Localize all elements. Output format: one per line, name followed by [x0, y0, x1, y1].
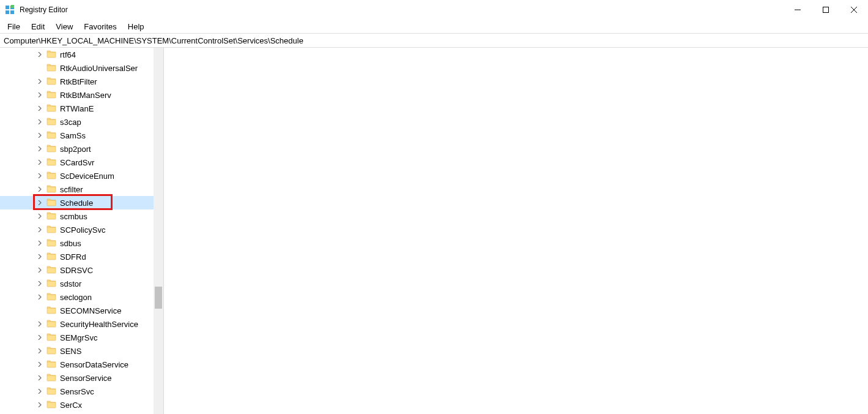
- tree-item-sdbus[interactable]: sdbus: [0, 236, 154, 250]
- expander-icon[interactable]: [35, 104, 44, 113]
- tree-item-sdrsvc[interactable]: SDRSVC: [0, 263, 154, 277]
- folder-icon: [46, 103, 56, 115]
- tree-item-sercx[interactable]: SerCx: [0, 398, 154, 412]
- tree-item-label: SCPolicySvc: [60, 225, 105, 235]
- tree-item-label: SDRSVC: [60, 266, 93, 275]
- tree-item-scfilter[interactable]: scfilter: [0, 183, 154, 196]
- tree-item-samss[interactable]: SamSs: [0, 129, 154, 142]
- expander-icon[interactable]: [35, 320, 44, 328]
- expander-icon[interactable]: [35, 387, 44, 396]
- tree-item-s3cap[interactable]: s3cap: [0, 115, 154, 129]
- expander-icon[interactable]: [35, 185, 44, 194]
- tree-item-sens[interactable]: SENS: [0, 344, 154, 358]
- tree-item-seclogon[interactable]: seclogon: [0, 290, 154, 304]
- tree-item-label: ScDeviceEnum: [60, 171, 114, 181]
- menu-favorites[interactable]: Favorites: [79, 21, 121, 32]
- tree-item-label: RtkAudioUniversalSer: [60, 64, 138, 73]
- empty-area: [164, 48, 868, 414]
- svg-rect-2: [6, 10, 9, 14]
- expander-icon[interactable]: [35, 279, 44, 288]
- tree-item-label: SecurityHealthService: [60, 320, 138, 329]
- tree-item-schedule[interactable]: Schedule: [0, 196, 154, 209]
- menu-help[interactable]: Help: [123, 21, 149, 32]
- menu-file[interactable]: File: [2, 21, 25, 32]
- expander-icon[interactable]: [35, 50, 44, 59]
- menubar: File Edit View Favorites Help: [0, 20, 868, 33]
- expander-icon[interactable]: [35, 118, 44, 126]
- tree-item-label: SDFRd: [60, 252, 86, 262]
- expander-icon[interactable]: [35, 171, 44, 180]
- tree-item-sbp2port[interactable]: sbp2port: [0, 142, 154, 156]
- tree-item-semgrsvc[interactable]: SEMgrSvc: [0, 331, 154, 344]
- close-button[interactable]: [840, 0, 868, 20]
- expander-icon[interactable]: [35, 347, 44, 355]
- minimize-button[interactable]: [784, 0, 812, 20]
- tree-item-label: SEMgrSvc: [60, 333, 97, 342]
- expander-icon[interactable]: [35, 252, 44, 261]
- tree-item-rtkbtmanserv[interactable]: RtkBtManServ: [0, 88, 154, 102]
- expander-icon[interactable]: [35, 293, 44, 301]
- folder-icon: [46, 332, 56, 344]
- maximize-button[interactable]: [812, 0, 840, 20]
- tree-item-scmbus[interactable]: scmbus: [0, 209, 154, 223]
- expander-icon[interactable]: [35, 360, 44, 369]
- folder-icon: [46, 62, 56, 74]
- tree-item-label: sdstor: [60, 279, 81, 288]
- tree-item-scardsvr[interactable]: SCardSvr: [0, 156, 154, 169]
- svg-rect-3: [10, 10, 14, 14]
- tree-item-scpolicysvc[interactable]: SCPolicySvc: [0, 223, 154, 236]
- tree-item-rtwlane[interactable]: RTWlanE: [0, 102, 154, 115]
- expander-icon[interactable]: [35, 91, 44, 99]
- window-title: Registry Editor: [20, 6, 68, 14]
- folder-icon: [46, 211, 56, 222]
- tree-item-label: SensrSvc: [60, 387, 94, 396]
- tree-item-securityhealthservice[interactable]: SecurityHealthService: [0, 317, 154, 331]
- tree-item-sdstor[interactable]: sdstor: [0, 277, 154, 290]
- folder-icon: [46, 386, 56, 397]
- expander-icon[interactable]: [35, 266, 44, 274]
- tree-item-rtkbtfilter[interactable]: RtkBtFilter: [0, 75, 154, 88]
- tree-item-label: sdbus: [60, 239, 81, 248]
- tree-item-label: SensorDataService: [60, 360, 128, 369]
- expander-icon[interactable]: [35, 374, 44, 382]
- expander-icon[interactable]: [35, 212, 44, 220]
- expander-icon[interactable]: [35, 77, 44, 86]
- tree-item-label: seclogon: [60, 293, 92, 302]
- expander-icon[interactable]: [35, 145, 44, 153]
- tree-item-secomnservice[interactable]: SECOMNService: [0, 304, 154, 317]
- tree-item-sdfrd[interactable]: SDFRd: [0, 250, 154, 263]
- tree-item-rtf64[interactable]: rtf64: [0, 48, 154, 61]
- tree-pane: rtf64RtkAudioUniversalSerRtkBtFilterRtkB…: [0, 48, 164, 414]
- tree-item-label: sbp2port: [60, 145, 91, 154]
- tree-scrollbar-thumb[interactable]: [155, 287, 162, 309]
- tree-item-label: SerCx: [60, 401, 82, 410]
- menu-edit[interactable]: Edit: [26, 21, 50, 32]
- folder-icon: [46, 76, 56, 88]
- address-text: Computer\HKEY_LOCAL_MACHINE\SYSTEM\Curre…: [4, 36, 303, 45]
- expander-icon[interactable]: [35, 158, 44, 167]
- tree-item-label: rtf64: [60, 50, 76, 59]
- folder-icon: [46, 157, 56, 168]
- expander-icon[interactable]: [35, 131, 44, 140]
- expander-icon[interactable]: [35, 333, 44, 342]
- folder-icon: [46, 238, 56, 249]
- address-bar[interactable]: Computer\HKEY_LOCAL_MACHINE\SYSTEM\Curre…: [0, 33, 868, 48]
- tree-item-label: SamSs: [60, 131, 86, 140]
- expander-icon: [35, 64, 44, 72]
- expander-icon: [35, 306, 44, 315]
- tree-item-label: SensorService: [60, 374, 112, 383]
- tree-item-label: Schedule: [60, 198, 93, 208]
- tree-item-sensorservice[interactable]: SensorService: [0, 371, 154, 385]
- tree-scrollbar[interactable]: [154, 48, 163, 414]
- menu-view[interactable]: View: [51, 21, 78, 32]
- expander-icon[interactable]: [35, 225, 44, 234]
- expander-icon[interactable]: [35, 401, 44, 409]
- expander-icon[interactable]: [35, 239, 44, 247]
- tree-item-sensordataservice[interactable]: SensorDataService: [0, 358, 154, 371]
- folder-icon: [46, 305, 56, 317]
- expander-icon[interactable]: [35, 198, 44, 207]
- tree-item-scdeviceenum[interactable]: ScDeviceEnum: [0, 169, 154, 183]
- folder-icon: [46, 278, 56, 290]
- tree-item-rtkaudiouniversalser[interactable]: RtkAudioUniversalSer: [0, 61, 154, 75]
- tree-item-sensrsvc[interactable]: SensrSvc: [0, 385, 154, 398]
